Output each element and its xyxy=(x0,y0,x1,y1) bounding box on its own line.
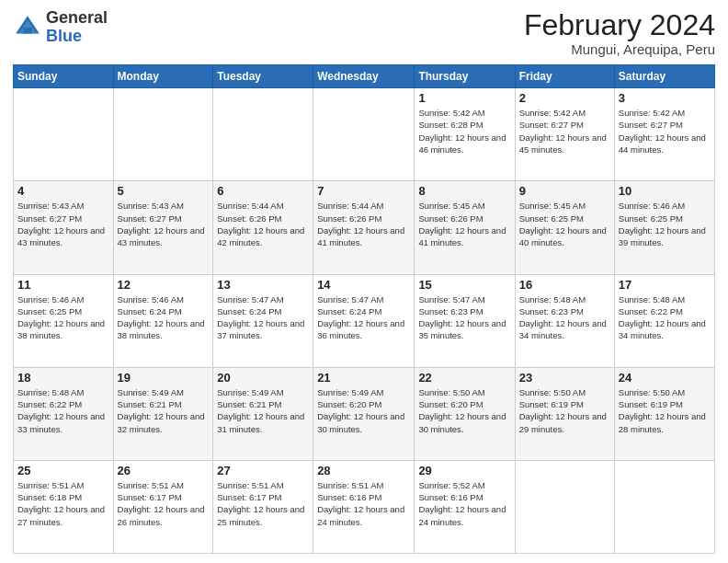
calendar-week-3: 11Sunrise: 5:46 AMSunset: 6:25 PMDayligh… xyxy=(14,274,715,367)
day-number: 25 xyxy=(17,464,109,477)
day-number: 18 xyxy=(17,371,109,385)
title-block: February 2024 Mungui, Arequipa, Peru xyxy=(524,9,715,57)
day-number: 6 xyxy=(217,184,309,198)
day-info: Sunrise: 5:49 AMSunset: 6:20 PMDaylight:… xyxy=(317,386,410,435)
calendar-cell: 18Sunrise: 5:48 AMSunset: 6:22 PMDayligh… xyxy=(14,367,114,460)
day-info: Sunrise: 5:51 AMSunset: 6:16 PMDaylight:… xyxy=(317,479,410,528)
col-thursday: Thursday xyxy=(415,65,515,88)
day-number: 27 xyxy=(217,464,309,477)
day-info: Sunrise: 5:45 AMSunset: 6:26 PMDaylight:… xyxy=(418,200,510,248)
logo: General Blue xyxy=(13,9,108,46)
day-info: Sunrise: 5:51 AMSunset: 6:17 PMDaylight:… xyxy=(118,479,210,528)
calendar-cell: 13Sunrise: 5:47 AMSunset: 6:24 PMDayligh… xyxy=(213,274,313,367)
day-info: Sunrise: 5:48 AMSunset: 6:22 PMDaylight:… xyxy=(17,386,109,435)
day-info: Sunrise: 5:49 AMSunset: 6:21 PMDaylight:… xyxy=(118,386,210,435)
day-number: 24 xyxy=(619,371,711,385)
day-number: 16 xyxy=(519,278,610,292)
calendar-cell: 5Sunrise: 5:43 AMSunset: 6:27 PMDaylight… xyxy=(113,181,213,274)
calendar-cell: 9Sunrise: 5:45 AMSunset: 6:25 PMDaylight… xyxy=(515,181,614,274)
day-info: Sunrise: 5:50 AMSunset: 6:19 PMDaylight:… xyxy=(519,386,610,435)
subtitle: Mungui, Arequipa, Peru xyxy=(524,41,715,57)
day-info: Sunrise: 5:42 AMSunset: 6:27 PMDaylight:… xyxy=(519,107,610,155)
day-info: Sunrise: 5:49 AMSunset: 6:21 PMDaylight:… xyxy=(217,386,309,435)
col-monday: Monday xyxy=(113,65,213,88)
svg-rect-2 xyxy=(23,28,32,33)
day-info: Sunrise: 5:48 AMSunset: 6:23 PMDaylight:… xyxy=(519,293,610,342)
header: General Blue February 2024 Mungui, Arequ… xyxy=(13,9,715,57)
calendar-cell: 2Sunrise: 5:42 AMSunset: 6:27 PMDaylight… xyxy=(515,88,614,181)
day-number: 8 xyxy=(418,184,510,198)
day-number: 4 xyxy=(17,184,109,198)
day-info: Sunrise: 5:48 AMSunset: 6:22 PMDaylight:… xyxy=(619,293,711,342)
calendar-week-2: 4Sunrise: 5:43 AMSunset: 6:27 PMDaylight… xyxy=(14,181,715,274)
day-number: 20 xyxy=(217,371,309,385)
day-info: Sunrise: 5:46 AMSunset: 6:25 PMDaylight:… xyxy=(17,293,109,342)
day-info: Sunrise: 5:43 AMSunset: 6:27 PMDaylight:… xyxy=(17,200,109,248)
calendar-cell xyxy=(313,88,415,181)
logo-general-text: General xyxy=(46,9,108,28)
day-info: Sunrise: 5:52 AMSunset: 6:16 PMDaylight:… xyxy=(418,479,510,528)
calendar-cell xyxy=(515,460,614,553)
day-info: Sunrise: 5:42 AMSunset: 6:28 PMDaylight:… xyxy=(418,107,510,155)
calendar-cell: 15Sunrise: 5:47 AMSunset: 6:23 PMDayligh… xyxy=(415,274,515,367)
calendar-cell: 28Sunrise: 5:51 AMSunset: 6:16 PMDayligh… xyxy=(313,460,415,553)
day-info: Sunrise: 5:47 AMSunset: 6:24 PMDaylight:… xyxy=(317,293,410,342)
calendar-cell: 27Sunrise: 5:51 AMSunset: 6:17 PMDayligh… xyxy=(213,460,313,553)
calendar-cell: 20Sunrise: 5:49 AMSunset: 6:21 PMDayligh… xyxy=(213,367,313,460)
calendar-cell xyxy=(213,88,313,181)
day-info: Sunrise: 5:44 AMSunset: 6:26 PMDaylight:… xyxy=(317,200,410,248)
col-tuesday: Tuesday xyxy=(213,65,313,88)
day-number: 28 xyxy=(317,464,410,477)
calendar-cell: 8Sunrise: 5:45 AMSunset: 6:26 PMDaylight… xyxy=(415,181,515,274)
day-info: Sunrise: 5:45 AMSunset: 6:25 PMDaylight:… xyxy=(519,200,610,248)
calendar-cell: 23Sunrise: 5:50 AMSunset: 6:19 PMDayligh… xyxy=(515,367,614,460)
day-number: 19 xyxy=(118,371,210,385)
day-number: 12 xyxy=(118,278,210,292)
day-number: 26 xyxy=(118,464,210,477)
day-info: Sunrise: 5:50 AMSunset: 6:19 PMDaylight:… xyxy=(619,386,711,435)
calendar-cell: 7Sunrise: 5:44 AMSunset: 6:26 PMDaylight… xyxy=(313,181,415,274)
calendar-cell: 16Sunrise: 5:48 AMSunset: 6:23 PMDayligh… xyxy=(515,274,614,367)
day-number: 10 xyxy=(619,184,711,198)
calendar-cell: 19Sunrise: 5:49 AMSunset: 6:21 PMDayligh… xyxy=(113,367,213,460)
day-number: 22 xyxy=(418,371,510,385)
day-number: 2 xyxy=(519,91,610,105)
calendar-cell: 12Sunrise: 5:46 AMSunset: 6:24 PMDayligh… xyxy=(113,274,213,367)
day-number: 3 xyxy=(619,91,711,105)
calendar-cell: 4Sunrise: 5:43 AMSunset: 6:27 PMDaylight… xyxy=(14,181,114,274)
day-info: Sunrise: 5:51 AMSunset: 6:18 PMDaylight:… xyxy=(17,479,109,528)
calendar-cell: 26Sunrise: 5:51 AMSunset: 6:17 PMDayligh… xyxy=(113,460,213,553)
calendar-week-1: 1Sunrise: 5:42 AMSunset: 6:28 PMDaylight… xyxy=(14,88,715,181)
calendar-cell: 25Sunrise: 5:51 AMSunset: 6:18 PMDayligh… xyxy=(14,460,114,553)
main-title: February 2024 xyxy=(524,9,715,41)
day-number: 14 xyxy=(317,278,410,292)
day-number: 1 xyxy=(418,91,510,105)
day-info: Sunrise: 5:47 AMSunset: 6:23 PMDaylight:… xyxy=(418,293,510,342)
day-info: Sunrise: 5:43 AMSunset: 6:27 PMDaylight:… xyxy=(118,200,210,248)
calendar-cell: 11Sunrise: 5:46 AMSunset: 6:25 PMDayligh… xyxy=(14,274,114,367)
day-info: Sunrise: 5:47 AMSunset: 6:24 PMDaylight:… xyxy=(217,293,309,342)
calendar-cell: 10Sunrise: 5:46 AMSunset: 6:25 PMDayligh… xyxy=(614,181,714,274)
calendar-week-5: 25Sunrise: 5:51 AMSunset: 6:18 PMDayligh… xyxy=(14,460,715,553)
day-info: Sunrise: 5:46 AMSunset: 6:25 PMDaylight:… xyxy=(619,200,711,248)
col-wednesday: Wednesday xyxy=(313,65,415,88)
day-info: Sunrise: 5:44 AMSunset: 6:26 PMDaylight:… xyxy=(217,200,309,248)
calendar-table: Sunday Monday Tuesday Wednesday Thursday… xyxy=(13,64,715,554)
calendar-cell: 24Sunrise: 5:50 AMSunset: 6:19 PMDayligh… xyxy=(614,367,714,460)
calendar-cell: 17Sunrise: 5:48 AMSunset: 6:22 PMDayligh… xyxy=(614,274,714,367)
day-number: 11 xyxy=(17,278,109,292)
col-friday: Friday xyxy=(515,65,614,88)
day-number: 13 xyxy=(217,278,309,292)
day-info: Sunrise: 5:51 AMSunset: 6:17 PMDaylight:… xyxy=(217,479,309,528)
day-number: 29 xyxy=(418,464,510,477)
calendar-cell: 29Sunrise: 5:52 AMSunset: 6:16 PMDayligh… xyxy=(415,460,515,553)
logo-blue-text: Blue xyxy=(46,28,108,46)
calendar-cell: 1Sunrise: 5:42 AMSunset: 6:28 PMDaylight… xyxy=(415,88,515,181)
calendar-week-4: 18Sunrise: 5:48 AMSunset: 6:22 PMDayligh… xyxy=(14,367,715,460)
day-info: Sunrise: 5:42 AMSunset: 6:27 PMDaylight:… xyxy=(619,107,711,155)
col-sunday: Sunday xyxy=(14,65,114,88)
day-number: 23 xyxy=(519,371,610,385)
calendar-cell: 14Sunrise: 5:47 AMSunset: 6:24 PMDayligh… xyxy=(313,274,415,367)
calendar-cell: 6Sunrise: 5:44 AMSunset: 6:26 PMDaylight… xyxy=(213,181,313,274)
calendar-cell xyxy=(614,460,714,553)
